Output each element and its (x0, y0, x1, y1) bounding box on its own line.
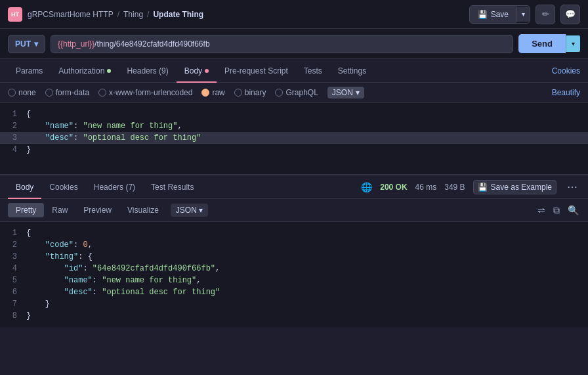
breadcrumb-sep-1: / (117, 10, 119, 19)
radio-graphql (275, 89, 283, 97)
breadcrumb-item-1[interactable]: gRPCSmartHome HTTP (28, 10, 114, 19)
breadcrumb: gRPCSmartHome HTTP / Thing / Update Thin… (28, 10, 203, 19)
resp-right-icons: ⇌ ⧉ 🔍 (536, 204, 580, 217)
resp-tab-body[interactable]: Body (8, 175, 41, 199)
resp-pretty-tab[interactable]: Pretty (8, 203, 44, 217)
app-icon: HT (8, 7, 22, 22)
save-dropdown-button[interactable]: ▾ (516, 7, 530, 22)
tab-pre-request[interactable]: Pre-request Script (217, 59, 296, 83)
search-icon[interactable]: 🔍 (566, 204, 580, 217)
save-button-group: 💾 Save ▾ (469, 5, 530, 24)
resp-raw-tab[interactable]: Raw (44, 203, 75, 217)
req-line-4: 4 } (0, 144, 588, 156)
option-raw[interactable]: raw (201, 88, 224, 97)
tab-headers[interactable]: Headers (9) (119, 59, 176, 83)
url-path-part: /thing/64e8492cfafd4dfd490f66fb (94, 39, 210, 49)
req-line-1: 1 { (0, 108, 588, 120)
tab-params[interactable]: Params (8, 59, 51, 83)
radio-raw (201, 89, 209, 97)
json-chevron-icon: ▾ (199, 206, 203, 215)
filter-icon[interactable]: ⇌ (536, 204, 547, 217)
authorization-dot (107, 69, 111, 73)
response-size: 349 B (444, 183, 465, 192)
resp-tab-cookies[interactable]: Cookies (41, 175, 85, 199)
body-dot (205, 69, 209, 73)
comment-icon: 💬 (565, 9, 576, 19)
tab-authorization[interactable]: Authorization (51, 59, 119, 83)
url-bar: PUT ▾ {{http_url}} /thing/64e8492cfafd4d… (0, 29, 588, 59)
resp-line-5: 5 "name": "new name for thing", (0, 275, 588, 286)
body-options: none form-data x-www-form-urlencoded raw… (0, 83, 588, 103)
more-options-button[interactable]: ⋯ (564, 181, 580, 193)
send-button-group: Send ▾ (518, 34, 580, 53)
globe-icon: 🌐 (361, 182, 372, 192)
radio-form-data (45, 89, 53, 97)
copy-icon[interactable]: ⧉ (552, 204, 561, 217)
save-example-icon: 💾 (478, 183, 488, 192)
resp-line-8: 8 } (0, 310, 588, 322)
status-code: 200 OK (380, 183, 407, 192)
resp-line-4: 4 "id": "64e8492cfafd4dfd490f66fb", (0, 263, 588, 275)
radio-none (8, 89, 16, 97)
response-body-tabs: Pretty Raw Preview Visualize JSON ▾ ⇌ ⧉ … (0, 199, 588, 222)
comment-button[interactable]: 💬 (560, 5, 580, 24)
response-tabs-bar: Body Cookies Headers (7) Test Results 🌐 … (0, 175, 588, 199)
method-label: PUT (15, 39, 31, 49)
url-input[interactable]: {{http_url}} /thing/64e8492cfafd4dfd490f… (51, 35, 513, 53)
breadcrumb-sep-2: / (147, 10, 149, 19)
response-status-group: 🌐 200 OK 46 ms 349 B 💾 Save as Example ⋯ (361, 180, 580, 194)
resp-line-3: 3 "thing": { (0, 251, 588, 263)
resp-line-6: 6 "desc": "optional desc for thing" (0, 286, 588, 298)
radio-binary (234, 89, 242, 97)
resp-tab-test-results[interactable]: Test Results (143, 175, 201, 199)
beautify-button[interactable]: Beautify (552, 88, 580, 97)
tab-settings[interactable]: Settings (330, 59, 374, 83)
tab-tests[interactable]: Tests (296, 59, 330, 83)
request-code-editor[interactable]: 1 { 2 "name": "new name for thing", 3 "d… (0, 103, 588, 174)
resp-line-7: 7 } (0, 298, 588, 310)
method-select[interactable]: PUT ▾ (8, 35, 45, 53)
request-tabs-bar: Params Authorization Headers (9) Body Pr… (0, 59, 588, 83)
response-code-editor[interactable]: 1 { 2 "code": 0, 3 "thing": { 4 "id": "6… (0, 222, 588, 327)
method-dropdown-icon: ▾ (34, 39, 38, 49)
option-binary[interactable]: binary (234, 88, 266, 97)
edit-icon: ✏ (542, 9, 549, 19)
json-format-select[interactable]: JSON ▾ (327, 87, 364, 99)
send-button[interactable]: Send (518, 34, 566, 53)
top-bar: HT gRPCSmartHome HTTP / Thing / Update T… (0, 0, 588, 29)
breadcrumb-current: Update Thing (153, 10, 203, 19)
save-icon: 💾 (478, 10, 488, 19)
resp-json-select[interactable]: JSON ▾ (171, 204, 208, 217)
option-graphql[interactable]: GraphQL (275, 88, 318, 97)
url-template-part: {{http_url}} (58, 39, 94, 49)
resp-tab-headers[interactable]: Headers (7) (86, 175, 143, 199)
req-line-3: 3 "desc": "optional desc for thing" (0, 132, 588, 144)
breadcrumb-item-2[interactable]: Thing (123, 10, 143, 19)
resp-line-1: 1 { (0, 227, 588, 239)
resp-preview-tab[interactable]: Preview (75, 203, 119, 217)
option-form-data[interactable]: form-data (45, 88, 89, 97)
response-time: 46 ms (415, 183, 437, 192)
response-section: Body Cookies Headers (7) Test Results 🌐 … (0, 174, 588, 327)
top-bar-actions: 💾 Save ▾ ✏ 💬 (469, 5, 580, 24)
resp-visualize-tab[interactable]: Visualize (119, 203, 167, 217)
edit-button[interactable]: ✏ (536, 5, 555, 24)
json-format-chevron: ▾ (356, 88, 360, 97)
option-none[interactable]: none (8, 88, 36, 97)
option-urlencoded[interactable]: x-www-form-urlencoded (98, 88, 192, 97)
tab-body[interactable]: Body (177, 59, 217, 83)
cookies-link[interactable]: Cookies (552, 66, 580, 76)
radio-urlencoded (98, 89, 106, 97)
send-dropdown-button[interactable]: ▾ (566, 35, 580, 52)
save-example-button[interactable]: 💾 Save as Example (473, 180, 556, 194)
req-line-2: 2 "name": "new name for thing", (0, 120, 588, 132)
save-button[interactable]: 💾 Save (470, 6, 516, 23)
resp-line-2: 2 "code": 0, (0, 239, 588, 251)
json-format-label: JSON (332, 88, 353, 97)
